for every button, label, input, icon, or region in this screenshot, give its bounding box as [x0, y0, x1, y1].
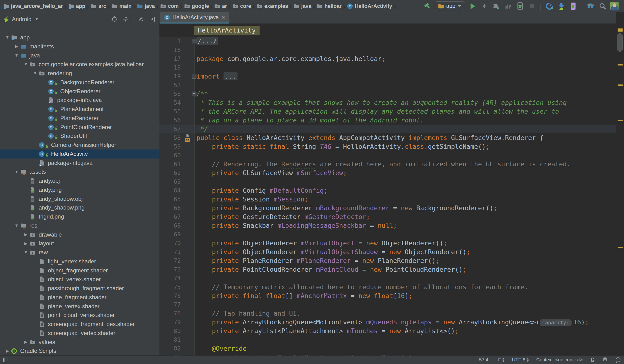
project-structure-button[interactable]	[587, 2, 595, 10]
code-text[interactable]	[195, 274, 624, 283]
tree-item-point-cloud-vertex-shader[interactable]: point_cloud_vertex.shader	[0, 311, 159, 320]
tree-item-andy-shadow-png[interactable]: andy_shadow.png	[0, 203, 159, 212]
code-editor[interactable]: 1+/.../1617package com.google.ar.core.ex…	[159, 37, 624, 356]
tree-item-java[interactable]: ▼java	[0, 51, 159, 60]
code-text[interactable]: private GLSurfaceView mSurfaceView;	[195, 168, 624, 177]
tree-item-package-info-java[interactable]: Jpackage-info.java	[0, 96, 159, 105]
tree-item-andy-png[interactable]: andy.png	[0, 185, 159, 194]
editor-breadcrumb-item[interactable]: HelloArActivity	[194, 26, 260, 35]
code-text[interactable]: private final float[] mAnchorMatrix = ne…	[195, 291, 624, 300]
line-number[interactable]: 17	[159, 55, 184, 62]
stripe-marker[interactable]	[618, 84, 623, 86]
tree-item-passthrough-fragment-shader[interactable]: passthrough_fragment.shader	[0, 284, 159, 293]
line-number[interactable]: 64	[159, 187, 184, 194]
expand-closed-icon[interactable]: ▶	[22, 232, 29, 237]
tree-item-com-google-ar-core-examples-java-helloar[interactable]: ▼com.google.ar.core.examples.java.helloa…	[0, 60, 159, 69]
line-number[interactable]: 73	[159, 266, 184, 273]
line-number[interactable]: 62	[159, 169, 184, 176]
tree-item-values[interactable]: ▶values	[0, 338, 159, 347]
code-text[interactable]: protected void onCreate(Bundle savedInst…	[195, 353, 624, 356]
code-line-74[interactable]: 74	[159, 274, 624, 283]
code-line-55[interactable]: 55 * the ARCore API. The application wil…	[159, 107, 624, 116]
tree-item-plane-vertex-shader[interactable]: plane_vertex.shader	[0, 302, 159, 311]
line-number[interactable]: 59	[159, 143, 184, 150]
breadcrumb-item-java[interactable]: java	[137, 3, 155, 9]
line-number[interactable]: 77	[159, 301, 184, 308]
code-line-70[interactable]: 70 private ObjectRenderer mVirtualObject…	[159, 239, 624, 247]
code-text[interactable]: // Temporary matrix allocated here to re…	[195, 283, 624, 291]
profiler-button[interactable]	[545, 2, 554, 10]
code-text[interactable]: // Tap handling and UI.	[195, 309, 624, 318]
line-number[interactable]: 75	[159, 284, 184, 290]
caret-position[interactable]: 57:4	[479, 357, 488, 363]
gutter[interactable]: 62	[159, 168, 195, 177]
hide-panel-icon[interactable]	[150, 16, 156, 23]
gutter[interactable]: 58<>	[159, 133, 195, 142]
line-number[interactable]: 1	[159, 38, 184, 45]
gutter[interactable]: 18	[159, 63, 195, 72]
inspections-hector-icon[interactable]	[602, 357, 608, 363]
breadcrumb-item-helloaractivity[interactable]: CHelloArActivity	[347, 3, 392, 9]
gutter[interactable]: 77	[159, 300, 195, 309]
code-line-65[interactable]: 65 private Session mSession;	[159, 195, 624, 204]
expand-open-icon[interactable]: ▼	[22, 250, 29, 255]
code-line-62[interactable]: 62 private GLSurfaceView mSurfaceView;	[159, 168, 624, 177]
code-line-68[interactable]: 68 private Snackbar mLoadingMessageSnack…	[159, 221, 624, 230]
breadcrumb-item-google[interactable]: google	[184, 3, 209, 9]
line-number[interactable]: 68	[159, 222, 184, 229]
project-view-selector[interactable]: Android	[12, 16, 31, 23]
sdk-manager-button[interactable]	[557, 2, 566, 10]
code-line-82[interactable]: 82 @Override	[159, 344, 624, 353]
java-class-file-icon[interactable]	[185, 134, 189, 138]
breadcrumb-item-src[interactable]: src	[90, 3, 106, 9]
stop-button[interactable]	[528, 2, 536, 10]
code-text[interactable]	[195, 151, 624, 160]
code-text[interactable]: private ObjectRenderer mVirtualObjectSha…	[195, 247, 624, 256]
code-line-71[interactable]: 71 private ObjectRenderer mVirtualObject…	[159, 247, 624, 256]
line-number[interactable]: 58	[159, 134, 184, 141]
gutter[interactable]: 72	[159, 256, 195, 265]
line-number[interactable]: 18	[159, 64, 184, 71]
gutter[interactable]: 66	[159, 204, 195, 212]
tree-item-camerapermissionhelper[interactable]: CCameraPermissionHelper	[0, 140, 159, 150]
breadcrumb-item-java[interactable]: java	[293, 3, 312, 9]
line-number[interactable]: 83	[159, 354, 184, 356]
code-line-76[interactable]: 76 private final float[] mAnchorMatrix =…	[159, 291, 624, 300]
line-number[interactable]: 80	[159, 327, 184, 334]
line-number[interactable]: 57	[159, 126, 184, 132]
tree-item-andy-shadow-obj[interactable]: andy_shadow.obj	[0, 194, 159, 203]
gutter[interactable]: 67	[159, 212, 195, 221]
code-text[interactable]: public class HelloArActivity extends App…	[195, 133, 624, 142]
code-text[interactable]: * This is a simple example that shows ho…	[195, 98, 624, 107]
run-button[interactable]	[468, 2, 477, 10]
gutter[interactable]: 73	[159, 265, 195, 274]
tree-item-app[interactable]: ▼app	[0, 33, 159, 42]
gutter[interactable]: 82	[159, 344, 195, 353]
stripe-marker[interactable]	[618, 247, 623, 248]
go-to-related-xml-icon[interactable]: <>	[185, 138, 190, 142]
code-line-53[interactable]: 53−/**	[159, 89, 624, 98]
gutter[interactable]: 19+	[159, 72, 195, 81]
locate-file-icon[interactable]	[111, 16, 118, 23]
gutter[interactable]: 61	[159, 160, 195, 168]
code-line-77[interactable]: 77	[159, 300, 624, 309]
code-text[interactable]: private ObjectRenderer mVirtualObject = …	[195, 239, 624, 247]
line-number[interactable]: 79	[159, 319, 184, 326]
code-text[interactable]: */	[195, 125, 624, 133]
code-line-81[interactable]: 81	[159, 335, 624, 344]
gutter[interactable]: 60	[159, 151, 195, 160]
gutter[interactable]: 1+	[159, 37, 195, 46]
gutter[interactable]: 16	[159, 46, 195, 54]
tree-item-object-vertex-shader[interactable]: object_vertex.shader	[0, 275, 159, 284]
breadcrumb-item-app[interactable]: app	[68, 3, 85, 9]
search-button[interactable]	[598, 2, 607, 10]
expand-closed-icon[interactable]: ▶	[22, 339, 29, 344]
code-line-80[interactable]: 80 private ArrayList<PlaneAttachment> mT…	[159, 327, 624, 335]
code-text[interactable]: private PointCloudRenderer mPointCloud =…	[195, 265, 624, 274]
stripe-marker[interactable]	[618, 28, 623, 31]
gutter[interactable]: 76	[159, 291, 195, 300]
line-number[interactable]: 65	[159, 196, 184, 203]
code-line-61[interactable]: 61 // Rendering. The Renderers are creat…	[159, 160, 624, 168]
code-text[interactable]: private PlaneRenderer mPlaneRenderer = n…	[195, 256, 624, 265]
code-text[interactable]: private GestureDetector mGestureDetector…	[195, 212, 624, 221]
